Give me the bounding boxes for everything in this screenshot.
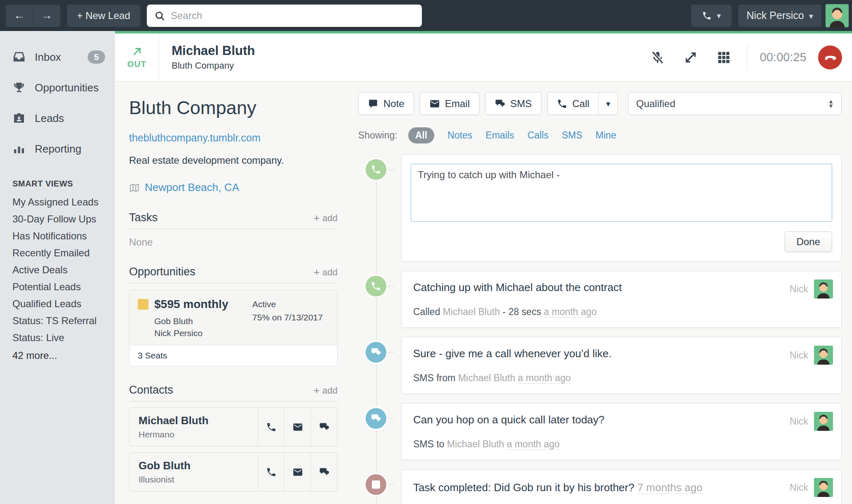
hang-up-icon — [823, 51, 837, 64]
smart-views-more-link[interactable]: 42 more... — [0, 346, 115, 365]
smart-view-30-day-follow-ups[interactable]: 30-Day Follow Ups — [0, 210, 115, 227]
history-nav — [6, 5, 60, 27]
opportunity-card[interactable]: $595 monthly Gob Bluth Nick Persico Acti… — [129, 290, 337, 366]
contacts-title: Contacts — [129, 384, 173, 397]
activity-meta-contact: Michael Bluth — [443, 306, 500, 317]
note-button[interactable]: Note — [358, 92, 414, 115]
contact-title: Illusionist — [139, 475, 249, 485]
smart-view-has-notifications[interactable]: Has Notifications — [0, 227, 115, 244]
email-button[interactable]: Email — [420, 92, 479, 115]
new-lead-button[interactable]: + New Lead — [67, 5, 140, 27]
outbound-arrow-icon — [131, 45, 143, 58]
smart-view-recently-emailed[interactable]: Recently Emailed — [0, 244, 115, 261]
smart-view-qualified-leads[interactable]: Qualified Leads — [0, 295, 115, 312]
activity-title: Can you hop on a quick call later today? — [413, 413, 830, 426]
filter-emails[interactable]: Emails — [486, 130, 514, 141]
activity-meta-action: SMS to — [413, 439, 444, 449]
author-avatar — [814, 412, 833, 431]
call-note-editor-item: Trying to catch up with Michael - Done — [358, 154, 842, 262]
tasks-section-header: Tasks add — [129, 211, 337, 229]
smart-views-header: SMART VIEWS — [0, 179, 115, 189]
chat-bubbles-icon — [495, 98, 505, 109]
activity-timestamp-link[interactable]: a month ago — [544, 306, 597, 318]
envelope-icon — [292, 422, 303, 432]
smart-view-my-assigned-leads[interactable]: My Assigned Leads — [0, 193, 115, 210]
filter-mine[interactable]: Mine — [596, 130, 616, 141]
add-opportunity-button[interactable]: add — [314, 266, 337, 279]
sidebar-item-leads[interactable]: Leads — [0, 103, 115, 134]
transfer-arrows-icon — [683, 50, 698, 65]
call-controls: 00:00:25 — [634, 44, 852, 71]
sms-button[interactable]: SMS — [485, 92, 541, 115]
action-button-row: Note Email SMS C — [358, 92, 842, 115]
transfer-call-button[interactable] — [682, 48, 700, 67]
forward-button[interactable] — [33, 5, 60, 27]
phone-icon — [557, 98, 567, 109]
hang-up-button[interactable] — [818, 45, 842, 69]
contact-sms-button[interactable] — [311, 453, 337, 491]
mute-button[interactable] — [649, 48, 667, 67]
sidebar-item-opportunities[interactable]: Opportunities — [0, 72, 115, 103]
smart-view-potential-leads[interactable]: Potential Leads — [0, 278, 115, 295]
smart-view-status-live[interactable]: Status: Live — [0, 329, 115, 346]
add-task-button[interactable]: add — [314, 212, 337, 225]
call-options-dropdown[interactable] — [598, 93, 617, 115]
phone-icon — [266, 467, 277, 478]
contact-sms-button[interactable] — [311, 408, 337, 446]
user-avatar[interactable] — [826, 4, 849, 27]
bar-chart-icon — [12, 142, 26, 155]
back-button[interactable] — [6, 5, 33, 27]
filter-calls[interactable]: Calls — [527, 130, 548, 141]
done-button[interactable]: Done — [785, 232, 832, 252]
envelope-icon — [429, 98, 440, 109]
search-input[interactable] — [147, 5, 422, 27]
trophy-icon — [12, 81, 26, 94]
contact-call-button[interactable] — [258, 453, 284, 491]
contacts-section-header: Contacts add — [129, 384, 337, 401]
lead-status-select[interactable]: Qualified — [628, 92, 842, 115]
opportunity-contact: Gob Bluth — [154, 315, 252, 327]
search-box — [147, 5, 422, 27]
activity-author: Nick — [790, 279, 833, 299]
sms-activity-icon — [364, 340, 388, 364]
phone-menu-button[interactable] — [691, 5, 732, 27]
add-contact-button[interactable]: add — [314, 384, 337, 397]
envelope-icon — [292, 467, 303, 478]
smart-view-active-deals[interactable]: Active Deals — [0, 261, 115, 278]
contact-title: Hermano — [139, 430, 249, 440]
sidebar: Inbox 5 Opportunities Leads Reporting SM… — [0, 31, 115, 504]
opportunity-value: $595 monthly — [154, 298, 228, 311]
opportunities-section-header: Opportunities add — [129, 265, 337, 283]
lead-location-link[interactable]: Newport Beach, CA — [145, 181, 239, 194]
phone-icon — [266, 422, 277, 432]
call-note-input[interactable]: Trying to catch up with Michael - — [411, 164, 832, 222]
filter-sms[interactable]: SMS — [562, 130, 582, 141]
back-arrow-icon — [14, 9, 25, 22]
sidebar-item-reporting[interactable]: Reporting — [0, 134, 115, 164]
activity-timestamp-link[interactable]: a month ago — [507, 439, 560, 450]
smart-view-status-ts-referral[interactable]: Status: TS Referral — [0, 312, 115, 329]
dialpad-button[interactable] — [715, 48, 733, 67]
call-button[interactable]: Call — [548, 93, 598, 115]
activity-filter-row: Showing: All Notes Emails Calls SMS Mine — [358, 127, 842, 143]
user-menu-button[interactable]: Nick Persico — [738, 5, 821, 27]
activity-title: Catching up with Michael about the contr… — [413, 281, 830, 294]
contact-call-button[interactable] — [258, 408, 284, 446]
select-arrows-icon — [828, 99, 834, 108]
chevron-down-icon — [808, 10, 813, 21]
contact-email-button[interactable] — [284, 408, 311, 446]
lead-website-link[interactable]: thebluthcompany.tumblr.com — [129, 132, 261, 144]
contact-email-button[interactable] — [284, 453, 311, 491]
sidebar-item-label: Reporting — [35, 143, 81, 155]
plus-icon — [314, 267, 322, 277]
phone-icon — [702, 11, 712, 21]
filter-all[interactable]: All — [408, 127, 434, 143]
call-direction: OUT — [115, 33, 159, 81]
activity-meta-duration: - 28 secs — [503, 306, 541, 317]
activity-meta-action: SMS from — [413, 373, 455, 383]
task-activity-item: Task completed: Did Gob run it by his br… — [358, 469, 842, 504]
activity-timestamp-link[interactable]: a month ago — [518, 373, 571, 384]
sidebar-item-inbox[interactable]: Inbox 5 — [0, 42, 115, 72]
activity-timestamp-link[interactable]: 7 months ago — [637, 481, 703, 494]
filter-notes[interactable]: Notes — [448, 130, 472, 141]
